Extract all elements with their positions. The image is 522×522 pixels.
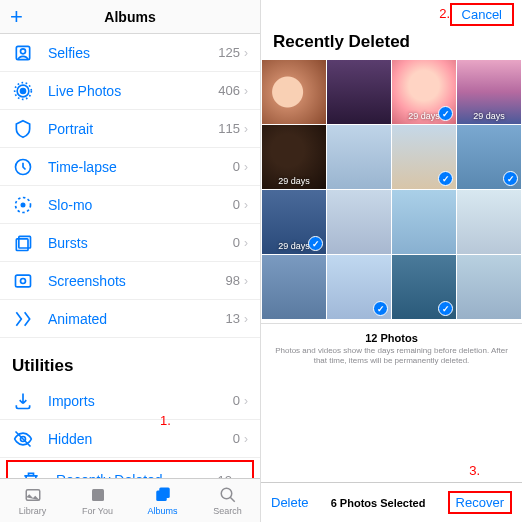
album-row-hidden[interactable]: Hidden0› [0, 420, 260, 458]
photo-thumbnail[interactable] [457, 125, 521, 189]
row-label: Hidden [48, 431, 233, 447]
album-row-time-lapse[interactable]: Time-lapse0› [0, 148, 260, 186]
selfies-icon [12, 42, 34, 64]
days-remaining: 29 days [262, 176, 326, 186]
checkmark-icon [373, 301, 388, 316]
row-count: 115 [218, 121, 240, 136]
tab-for-you[interactable]: For You [65, 479, 130, 522]
row-label: Slo-mo [48, 197, 233, 213]
row-count: 98 [226, 273, 240, 288]
album-row-live-photos[interactable]: Live Photos406› [0, 72, 260, 110]
row-count: 0 [233, 431, 240, 446]
row-label: Imports [48, 393, 233, 409]
photo-thumbnail[interactable] [262, 60, 326, 124]
svg-point-17 [221, 488, 232, 499]
row-count: 125 [218, 45, 240, 60]
chevron-right-icon: › [244, 160, 248, 174]
row-count: 0 [233, 197, 240, 212]
photo-thumbnail[interactable] [327, 190, 391, 254]
row-count: 13 [226, 311, 240, 326]
tab-search-label: Search [213, 506, 242, 516]
svg-rect-10 [16, 275, 31, 287]
live-icon [12, 80, 34, 102]
checkmark-icon [438, 106, 453, 121]
slomo-icon [12, 194, 34, 216]
svg-rect-14 [92, 489, 104, 501]
delete-button[interactable]: Delete [271, 495, 309, 510]
row-label: Animated [48, 311, 226, 327]
album-row-screenshots[interactable]: Screenshots98› [0, 262, 260, 300]
photo-thumbnail[interactable] [327, 255, 391, 319]
annotation-3: 3. [469, 463, 480, 478]
row-label: Time-lapse [48, 159, 233, 175]
tab-search[interactable]: Search [195, 479, 260, 522]
tab-bar: Library For You Albums Search [0, 478, 260, 522]
utilities-section-title: Utilities [0, 338, 260, 382]
animated-icon [12, 308, 34, 330]
row-label: Screenshots [48, 273, 226, 289]
checkmark-icon [438, 301, 453, 316]
chevron-right-icon: › [244, 122, 248, 136]
photo-thumbnail[interactable] [392, 190, 456, 254]
chevron-right-icon: › [244, 274, 248, 288]
photo-grid: 29 days29 days29 days29 days [261, 60, 522, 319]
row-count: 0 [233, 159, 240, 174]
bursts-icon [12, 232, 34, 254]
row-label: Bursts [48, 235, 233, 251]
tab-albums[interactable]: Albums [130, 479, 195, 522]
photo-thumbnail[interactable] [262, 255, 326, 319]
annotation-2: 2. [439, 6, 450, 21]
photo-thumbnail[interactable]: 29 days [262, 190, 326, 254]
screenshots-icon [12, 270, 34, 292]
album-row-imports[interactable]: Imports0› [0, 382, 260, 420]
recover-button[interactable]: Recover [448, 491, 512, 514]
caption: 12 Photos Photos and videos show the day… [261, 323, 522, 375]
chevron-right-icon: › [244, 394, 248, 408]
album-row-selfies[interactable]: Selfies125› [0, 34, 260, 72]
tab-library-label: Library [19, 506, 47, 516]
photo-thumbnail[interactable]: 29 days [457, 60, 521, 124]
albums-header: + Albums [0, 0, 260, 34]
albums-title: Albums [104, 9, 155, 25]
album-row-animated[interactable]: Animated13› [0, 300, 260, 338]
photo-thumbnail[interactable] [392, 255, 456, 319]
album-row-slo-mo[interactable]: Slo-mo0› [0, 186, 260, 224]
album-row-bursts[interactable]: Bursts0› [0, 224, 260, 262]
photo-thumbnail[interactable] [327, 125, 391, 189]
chevron-right-icon: › [244, 46, 248, 60]
photo-thumbnail[interactable] [457, 190, 521, 254]
row-count: 406 [218, 83, 240, 98]
photo-thumbnail[interactable] [457, 255, 521, 319]
rd-header: 2. Cancel [261, 0, 522, 28]
svg-rect-16 [159, 487, 170, 498]
recently-deleted-pane: 2. Cancel Recently Deleted 29 days29 day… [261, 0, 522, 522]
chevron-right-icon: › [244, 312, 248, 326]
selected-count: 6 Photos Selected [331, 497, 426, 509]
tab-library[interactable]: Library [0, 479, 65, 522]
chevron-right-icon: › [244, 198, 248, 212]
add-album-button[interactable]: + [10, 4, 23, 30]
chevron-right-icon: › [244, 432, 248, 446]
photo-thumbnail[interactable] [392, 125, 456, 189]
photo-thumbnail[interactable]: 29 days [392, 60, 456, 124]
album-row-portrait[interactable]: Portrait115› [0, 110, 260, 148]
svg-point-2 [21, 88, 26, 93]
caption-title: 12 Photos [275, 332, 508, 344]
row-count: 0 [233, 393, 240, 408]
cancel-button[interactable]: Cancel [450, 3, 514, 26]
row-label: Portrait [48, 121, 218, 137]
annotation-1: 1. [160, 413, 171, 428]
checkmark-icon [308, 236, 323, 251]
chevron-right-icon: › [244, 84, 248, 98]
photo-thumbnail[interactable]: 29 days [262, 125, 326, 189]
recently-deleted-title: Recently Deleted [261, 28, 522, 60]
tab-albums-label: Albums [147, 506, 177, 516]
timelapse-icon [12, 156, 34, 178]
checkmark-icon [503, 171, 518, 186]
caption-subtitle: Photos and videos show the days remainin… [275, 346, 508, 367]
svg-point-11 [21, 278, 26, 283]
checkmark-icon [438, 171, 453, 186]
photo-thumbnail[interactable] [327, 60, 391, 124]
toolbar: Delete 6 Photos Selected Recover [261, 482, 522, 522]
svg-point-1 [21, 48, 26, 53]
